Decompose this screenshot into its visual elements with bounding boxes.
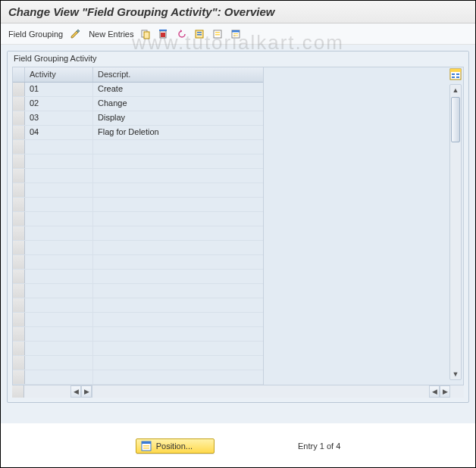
pencil-icon[interactable] (69, 28, 83, 40)
cell-activity[interactable] (25, 342, 93, 355)
select-all-column-header[interactable] (13, 67, 25, 82)
table-row (13, 212, 263, 226)
cell-activity[interactable] (25, 169, 93, 183)
cell-descript[interactable]: Create (93, 83, 263, 96)
cell-activity[interactable] (25, 284, 93, 298)
cell-activity[interactable]: 03 (25, 111, 93, 125)
cell-descript[interactable] (93, 298, 263, 312)
cell-activity[interactable] (25, 183, 93, 197)
row-selector[interactable] (13, 327, 25, 341)
row-selector[interactable] (13, 370, 25, 384)
cell-descript[interactable] (93, 284, 263, 298)
cell-descript[interactable] (93, 154, 263, 168)
cell-descript[interactable]: Change (93, 97, 263, 111)
cell-descript[interactable] (93, 198, 263, 211)
table-row (13, 298, 263, 313)
row-selector[interactable] (13, 83, 25, 96)
row-selector[interactable] (13, 255, 25, 269)
row-selector[interactable] (13, 241, 25, 254)
cell-activity[interactable] (25, 241, 93, 254)
cell-descript[interactable] (93, 356, 263, 370)
table-row (13, 169, 263, 183)
row-selector[interactable] (13, 126, 25, 139)
svg-rect-1 (144, 32, 149, 39)
cell-activity[interactable] (25, 270, 93, 283)
cell-descript[interactable] (93, 241, 263, 254)
deselect-all-icon[interactable] (212, 28, 224, 40)
cell-descript[interactable] (93, 327, 263, 341)
hscroll-left-arrow2-icon[interactable]: ◀ (429, 385, 440, 398)
field-grouping-button[interactable]: Field Grouping (8, 30, 63, 39)
new-entries-button[interactable]: New Entries (89, 30, 133, 39)
hscroll-right-arrow-icon[interactable]: ▶ (81, 385, 92, 398)
cell-activity[interactable] (25, 226, 93, 240)
delete-icon[interactable] (158, 28, 170, 40)
cell-descript[interactable] (93, 226, 263, 240)
column-header-activity[interactable]: Activity (25, 67, 93, 82)
position-icon (141, 441, 152, 451)
undo-icon[interactable] (176, 28, 188, 40)
cell-activity[interactable] (25, 140, 93, 154)
table-body: 01Create02Change03Display04Flag for Dele… (13, 83, 263, 385)
footer: Position... Entry 1 of 4 (1, 438, 475, 454)
cell-activity[interactable] (25, 154, 93, 168)
cell-activity[interactable] (25, 212, 93, 226)
table-whitespace: ▲ ▼ (263, 67, 463, 385)
row-selector[interactable] (13, 226, 25, 240)
row-selector[interactable] (13, 154, 25, 168)
table-row (13, 198, 263, 212)
row-selector[interactable] (13, 356, 25, 370)
cell-descript[interactable] (93, 212, 263, 226)
svg-rect-23 (143, 445, 149, 447)
row-selector[interactable] (13, 198, 25, 211)
row-selector[interactable] (13, 140, 25, 154)
row-selector[interactable] (13, 298, 25, 312)
scroll-thumb[interactable] (451, 97, 460, 142)
position-button[interactable]: Position... (136, 438, 215, 454)
row-selector[interactable] (13, 111, 25, 125)
cell-activity[interactable] (25, 370, 93, 384)
copy-icon[interactable] (139, 28, 152, 40)
row-selector[interactable] (13, 313, 25, 326)
cell-descript[interactable] (93, 370, 263, 384)
cell-descript[interactable] (93, 140, 263, 154)
cell-descript[interactable] (93, 313, 263, 326)
row-selector[interactable] (13, 270, 25, 283)
select-all-icon[interactable] (194, 28, 206, 40)
row-selector[interactable] (13, 183, 25, 197)
hscroll-right-arrow2-icon[interactable]: ▶ (440, 385, 450, 398)
cell-activity[interactable] (25, 198, 93, 211)
scroll-down-icon[interactable]: ▼ (450, 369, 461, 379)
table-config-icon[interactable] (449, 68, 462, 80)
row-selector[interactable] (13, 169, 25, 183)
cell-activity[interactable] (25, 313, 93, 326)
hscroll-left-arrow-icon[interactable]: ◀ (70, 385, 81, 398)
scroll-up-icon[interactable]: ▲ (450, 85, 461, 95)
cell-descript[interactable] (93, 255, 263, 269)
cell-activity[interactable]: 01 (25, 83, 93, 96)
row-selector[interactable] (13, 284, 25, 298)
cell-activity[interactable] (25, 298, 93, 312)
vertical-scrollbar[interactable]: ▲ ▼ (449, 84, 462, 380)
cell-activity[interactable]: 04 (25, 126, 93, 139)
cell-activity[interactable] (25, 255, 93, 269)
table-row (13, 342, 263, 356)
cell-descript[interactable] (93, 342, 263, 355)
row-selector[interactable] (13, 212, 25, 226)
cell-activity[interactable]: 02 (25, 97, 93, 111)
column-header-descript[interactable]: Descript. (93, 67, 263, 82)
cell-descript[interactable]: Flag for Deletion (93, 126, 263, 139)
row-selector[interactable] (13, 342, 25, 355)
cell-activity[interactable] (25, 327, 93, 341)
cell-descript[interactable] (93, 183, 263, 197)
cell-descript[interactable]: Display (93, 111, 263, 125)
cell-descript[interactable] (93, 270, 263, 283)
content-area: Field Grouping Activity Activity Descrip… (1, 45, 475, 423)
hscroll-main-segment[interactable]: ◀ ▶ (92, 385, 464, 398)
cell-descript[interactable] (93, 169, 263, 183)
cell-activity[interactable] (25, 356, 93, 370)
row-selector[interactable] (13, 97, 25, 111)
table-row (13, 356, 263, 370)
table-settings-icon[interactable] (230, 28, 243, 40)
group-label: Field Grouping Activity (8, 51, 468, 65)
